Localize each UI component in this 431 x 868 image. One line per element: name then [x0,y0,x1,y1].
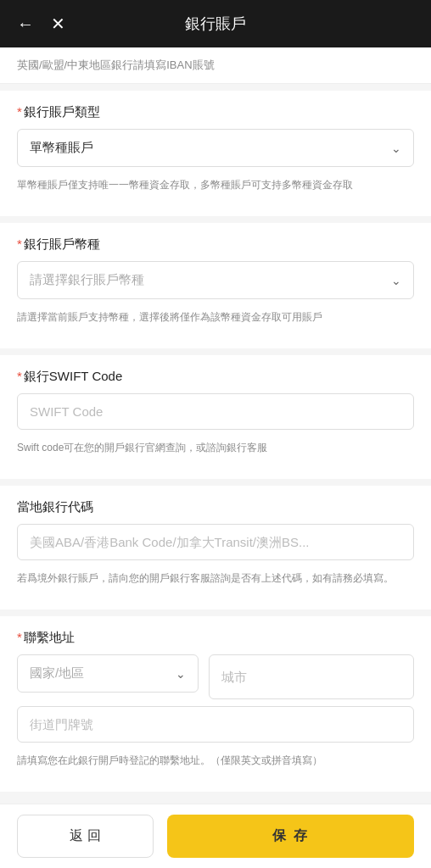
swift-label: *銀行SWIFT Code [17,369,414,385]
back-icon[interactable]: ← [17,14,34,34]
address-country-city-row: 國家/地區 ⌄ [17,654,414,699]
account-type-section: *銀行賬戶類型 單幣種賬戶 ⌄ 單幣種賬戶僅支持唯一一幣種資金存取，多幣種賬戶可… [0,91,431,216]
country-select[interactable]: 國家/地區 ⌄ [17,654,199,693]
city-input[interactable] [209,654,414,699]
address-label: *聯繫地址 [17,630,414,646]
currency-note: 請選擇當前賬戶支持幣種，選擇後將僅作為該幣種資金存取可用賬戶 [17,306,414,335]
currency-label: *銀行賬戶幣種 [17,236,414,253]
required-star-2: * [17,236,22,251]
account-type-value: 單幣種賬戶 [18,130,413,166]
account-type-label: *銀行賬戶類型 [17,104,414,120]
country-placeholder: 國家/地區 [18,655,198,692]
swift-section: *銀行SWIFT Code Swift code可在您的開戶銀行官網查詢，或諮詢… [0,355,431,479]
local-code-section: 當地銀行代碼 若爲境外銀行賬戶，請向您的開戶銀行客服諮詢是否有上述代碼，如有請務… [0,486,431,609]
form-content: 英國/歐盟/中東地區銀行請填寫IBAN賬號 *銀行賬戶類型 單幣種賬戶 ⌄ 單幣… [0,47,431,868]
top-note: 英國/歐盟/中東地區銀行請填寫IBAN賬號 [0,47,431,84]
local-code-label: 當地銀行代碼 [17,499,414,515]
header-nav: ← ✕ [17,14,65,34]
address-note: 請填寫您在此銀行開戶時登記的聯繫地址。（僅限英文或拼音填寫） [17,749,414,778]
close-icon[interactable]: ✕ [51,14,65,34]
page-title: 銀行賬戶 [185,14,246,34]
address-section: *聯繫地址 國家/地區 ⌄ 請填寫您在此銀行開戶時登記的聯繫地址。（僅限英文或拼… [0,616,431,792]
account-type-select[interactable]: 單幣種賬戶 ⌄ [17,129,414,167]
required-star-4: * [17,630,22,644]
save-button[interactable]: 保 存 [167,815,414,858]
account-type-note: 單幣種賬戶僅支持唯一一幣種資金存取，多幣種賬戶可支持多幣種資金存取 [17,174,414,203]
local-code-input[interactable] [17,524,414,560]
required-star-3: * [17,369,22,383]
local-code-note: 若爲境外銀行賬戶，請向您的開戶銀行客服諮詢是否有上述代碼，如有請務必填寫。 [17,567,414,596]
header: ← ✕ 銀行賬戶 [0,0,431,47]
currency-placeholder: 請選擇銀行賬戶幣種 [18,262,413,298]
currency-section: *銀行賬戶幣種 請選擇銀行賬戶幣種 ⌄ 請選擇當前賬戶支持幣種，選擇後將僅作為該… [0,223,431,348]
swift-note: Swift code可在您的開戶銀行官網查詢，或諮詢銀行客服 [17,437,414,465]
bottom-bar: 返 回 保 存 [0,804,431,868]
swift-code-input[interactable] [17,393,414,430]
required-star: * [17,104,22,119]
back-button[interactable]: 返 回 [17,815,154,858]
currency-select[interactable]: 請選擇銀行賬戶幣種 ⌄ [17,261,414,299]
street-input[interactable] [17,706,414,743]
